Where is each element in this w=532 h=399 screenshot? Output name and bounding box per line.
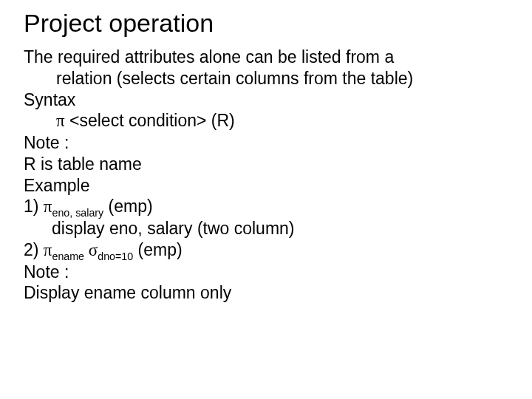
syntax-label: Syntax — [24, 89, 508, 111]
pi-symbol: π — [44, 241, 52, 259]
slide-title: Project operation — [24, 9, 508, 38]
ex2-subscript-1: ename — [52, 250, 84, 262]
note-label: Note : — [24, 132, 508, 154]
ex1-description: display eno, salary (two column) — [24, 218, 508, 239]
slide-body: The required attributes alone can be lis… — [24, 47, 508, 304]
ex1-subscript: eno, salary — [52, 207, 103, 219]
note-line: R is table name — [24, 154, 508, 175]
syntax-rest: <select condition> (R) — [65, 111, 235, 130]
intro-line-1: The required attributes alone can be lis… — [24, 47, 508, 68]
slide: Project operation The required attribute… — [0, 0, 532, 304]
example-2: 2) πename σdno=10 (emp) — [24, 239, 508, 262]
ex2-subscript-2: dno=10 — [98, 250, 133, 262]
intro-line-2: relation (selects certain columns from t… — [24, 68, 508, 89]
ex2-rest: (emp) — [133, 240, 182, 259]
note2-label: Note : — [24, 262, 508, 283]
pi-symbol: π — [56, 112, 65, 130]
ex1-rest: (emp) — [103, 197, 152, 216]
ex1-num: 1) — [24, 197, 44, 216]
pi-symbol: π — [44, 197, 52, 216]
note2-line: Display ename column only — [24, 282, 508, 304]
ex2-num: 2) — [24, 240, 44, 259]
example-1: 1) πeno, salary (emp) — [24, 196, 508, 218]
example-label: Example — [24, 175, 508, 197]
sigma-symbol: σ — [84, 241, 98, 259]
syntax-expression: π <select condition> (R) — [24, 110, 508, 132]
